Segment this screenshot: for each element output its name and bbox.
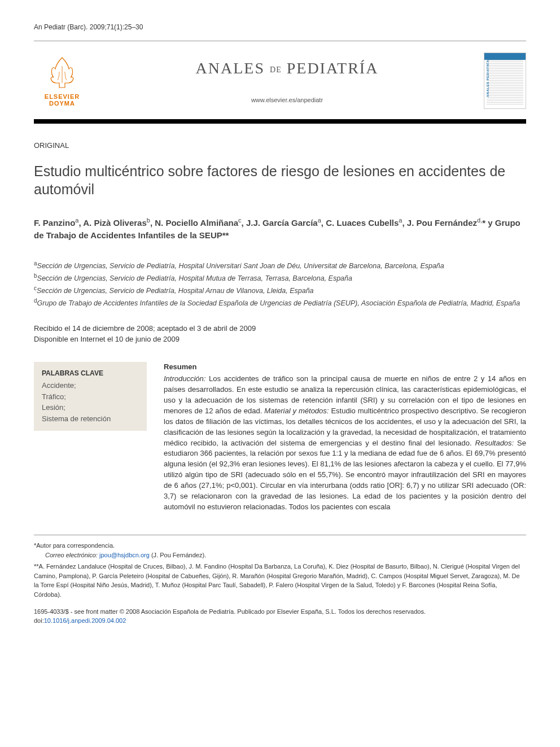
keyword-item: Lesión; xyxy=(42,402,139,413)
affiliations: aSección de Urgencias, Servicio de Pedia… xyxy=(34,259,526,309)
journal-cover-thumbnail xyxy=(484,53,526,109)
journal-title-main: ANALES xyxy=(196,59,265,77)
divider-bar xyxy=(34,119,526,124)
footnotes: *Autor para correspondencia. Correo elec… xyxy=(34,535,526,599)
received-accepted-date: Recibido el 14 de diciembre de 2008; ace… xyxy=(34,323,526,334)
section-label: ORIGINAL xyxy=(34,141,526,151)
keywords-box: PALABRAS CLAVE Accidente;Tráfico;Lesión;… xyxy=(34,362,147,431)
abstract-text: Resumen Introducción: Los accidentes de … xyxy=(164,362,526,513)
corresponding-author-note: *Autor para correspondencia. xyxy=(34,541,526,551)
publisher-logo: ELSEVIER DOYMA xyxy=(34,55,90,107)
journal-title-block: ANALES DE PEDIATRÍA www.elsevier.es/anpe… xyxy=(90,57,484,105)
journal-url[interactable]: www.elsevier.es/anpediatr xyxy=(90,96,484,104)
copyright-doi: 1695-4033/$ - see front matter © 2008 As… xyxy=(34,608,526,625)
journal-title: ANALES DE PEDIATRÍA xyxy=(90,57,484,79)
article-dates: Recibido el 14 de diciembre de 2008; ace… xyxy=(34,323,526,345)
abstract-section: Resultados: Se estudiaron 366 pacientes,… xyxy=(164,439,526,511)
copyright-line: 1695-4033/$ - see front matter © 2008 As… xyxy=(34,608,526,616)
elsevier-tree-icon xyxy=(45,55,79,91)
affiliation-item: cSección de Urgencias, Servicio de Pedia… xyxy=(34,284,526,296)
abstract-block: PALABRAS CLAVE Accidente;Tráfico;Lesión;… xyxy=(34,362,526,513)
corresponding-email: Correo electrónico: jpou@hsjdbcn.org (J.… xyxy=(45,551,526,560)
keywords-list: Accidente;Tráfico;Lesión;Sistema de rete… xyxy=(42,380,139,424)
affiliation-item: bSección de Urgencias, Servicio de Pedia… xyxy=(34,272,526,284)
article-title: Estudio multicéntrico sobre factores de … xyxy=(34,162,526,199)
keywords-title: PALABRAS CLAVE xyxy=(42,369,139,378)
authors-list: F. Panzinoa, A. Pizà Oliverasb, N. Pocie… xyxy=(34,216,526,242)
doi-label: doi: xyxy=(34,617,44,624)
keyword-item: Tráfico; xyxy=(42,391,139,403)
affiliation-item: aSección de Urgencias, Servicio de Pedia… xyxy=(34,259,526,272)
journal-title-sub: PEDIATRÍA xyxy=(287,59,379,77)
working-group-note: **A. Fernández Landaluce (Hospital de Cr… xyxy=(34,562,526,599)
affiliation-item: dGrupo de Trabajo de Accidentes Infantil… xyxy=(34,296,526,309)
keyword-item: Sistema de retención xyxy=(42,413,139,425)
keyword-item: Accidente; xyxy=(42,380,139,391)
publisher-name: ELSEVIER DOYMA xyxy=(45,93,80,107)
abstract-heading: Resumen xyxy=(164,362,526,373)
email-link[interactable]: jpou@hsjdbcn.org xyxy=(99,552,150,558)
journal-header: ELSEVIER DOYMA ANALES DE PEDIATRÍA www.e… xyxy=(34,41,526,115)
journal-title-de: DE xyxy=(270,65,282,73)
online-date: Disponible en Internet el 10 de junio de… xyxy=(34,334,526,345)
citation-reference: An Pediatr (Barc). 2009;71(1):25–30 xyxy=(34,23,526,32)
email-author-name: (J. Pou Fernández). xyxy=(151,552,206,558)
doi-link[interactable]: 10.1016/j.anpedi.2009.04.002 xyxy=(44,617,126,624)
email-label: Correo electrónico: xyxy=(45,552,98,558)
